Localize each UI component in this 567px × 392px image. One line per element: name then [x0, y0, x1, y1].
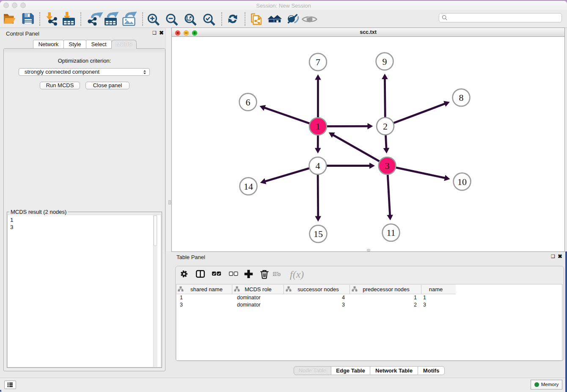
svg-text:15: 15 — [314, 229, 323, 239]
svg-text:6: 6 — [246, 97, 250, 108]
svg-text:f(x): f(x) — [290, 269, 304, 280]
svg-text:3: 3 — [385, 160, 390, 171]
svg-text:8: 8 — [459, 92, 464, 103]
svg-text:11: 11 — [386, 227, 395, 238]
svg-text:9: 9 — [383, 56, 387, 67]
svg-text:1: 1 — [316, 121, 320, 132]
svg-text:14: 14 — [244, 181, 253, 192]
svg-text:7: 7 — [316, 57, 320, 67]
svg-text:10: 10 — [457, 177, 467, 187]
svg-text:2: 2 — [383, 121, 388, 132]
svg-text:4: 4 — [316, 160, 320, 171]
